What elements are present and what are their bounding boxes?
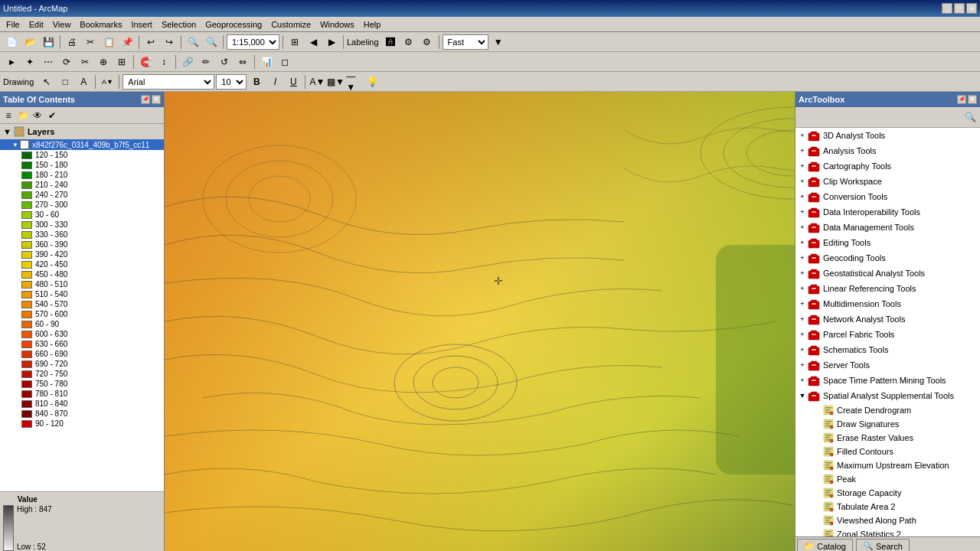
print-button[interactable]: 🖨: [64, 34, 80, 51]
search-tab[interactable]: 🔍 Search: [856, 539, 910, 551]
menu-selection[interactable]: Selection: [157, 18, 201, 31]
scale-btn[interactable]: ⇔: [234, 54, 251, 70]
toolbox-item[interactable]: ▼ Spatial Analyst Supplemental Tools: [795, 388, 980, 403]
layer-checkbox[interactable]: ✓: [20, 140, 29, 149]
draw-rect-btn[interactable]: □: [57, 73, 74, 90]
edit-select-btn[interactable]: ▶: [3, 54, 20, 70]
underline-button[interactable]: U: [285, 73, 302, 90]
font-family-selector[interactable]: Arial: [122, 74, 214, 90]
toc-vis-btn[interactable]: 👁: [31, 109, 44, 122]
toolbox-item[interactable]: + Parcel Fabric Tools: [795, 327, 980, 342]
draw-text-btn[interactable]: A: [75, 73, 92, 90]
labeling-btn2[interactable]: ⚙: [400, 34, 417, 51]
toolbox-child-item[interactable]: ! Filled Contours: [795, 445, 980, 458]
attract-btn[interactable]: ↕: [155, 54, 172, 70]
toolbox-item[interactable]: + Data Management Tools: [795, 220, 980, 235]
edit-reshape-btn[interactable]: ⟳: [58, 54, 75, 70]
edit-split-btn[interactable]: ✂: [77, 54, 93, 70]
attrib-btn[interactable]: 📊: [258, 54, 275, 70]
menu-view[interactable]: View: [48, 18, 76, 31]
toolbox-item[interactable]: + Clip Workspace: [795, 174, 980, 189]
toolbox-item[interactable]: + Cartography Tools: [795, 158, 980, 174]
menu-bookmarks[interactable]: Bookmarks: [75, 18, 126, 31]
menu-help[interactable]: Help: [359, 18, 386, 31]
cut-button[interactable]: ✂: [82, 34, 99, 51]
save-button[interactable]: 💾: [40, 34, 57, 51]
toolbox-child-item[interactable]: ! Zonal Statistics 2: [795, 527, 980, 536]
shadow-btn[interactable]: 💡: [364, 73, 381, 90]
edit-union-btn[interactable]: ⊕: [95, 54, 112, 70]
toolbox-child-item[interactable]: ! Viewshed Along Path: [795, 514, 980, 527]
edit-point-btn[interactable]: ✦: [21, 54, 38, 70]
toolbox-child-item[interactable]: ! Maximum Upstream Elevation: [795, 458, 980, 472]
edit-merge-btn[interactable]: ⊞: [113, 54, 130, 70]
toolbox-item[interactable]: + Multidimension Tools: [795, 296, 980, 311]
toc-layers-header[interactable]: ▼ Layers: [0, 124, 164, 139]
labeling-btn3[interactable]: ⚙: [419, 34, 436, 51]
edit-line-btn[interactable]: ⋯: [40, 54, 57, 70]
topology-btn[interactable]: 🔗: [179, 54, 196, 70]
menu-geoprocessing[interactable]: Geoprocessing: [201, 18, 266, 31]
toc-close-btn[interactable]: ✕: [152, 95, 161, 104]
paste-button[interactable]: 📌: [119, 34, 136, 51]
catalog-tab[interactable]: 📁 Catalog: [797, 539, 853, 551]
back-extent-button[interactable]: ◀: [305, 34, 322, 51]
toc-list-btn[interactable]: ≡: [2, 109, 15, 122]
toc-source-btn[interactable]: 📁: [16, 109, 30, 122]
toolbox-item[interactable]: + Data Interoperability Tools: [795, 204, 980, 220]
redo-button[interactable]: ↪: [161, 34, 178, 51]
menu-customize[interactable]: Customize: [266, 18, 315, 31]
toolbox-item[interactable]: + Schematics Tools: [795, 342, 980, 357]
toolbox-child-item[interactable]: ! Tabulate Area 2: [795, 500, 980, 514]
toolbox-item[interactable]: + Space Time Pattern Mining Tools: [795, 373, 980, 388]
toolbox-item[interactable]: + Editing Tools: [795, 235, 980, 250]
selected-layer-item[interactable]: ▼ ✓ x842f276c_0314_409b_b7f5_cc11: [0, 139, 164, 150]
font-color-btn[interactable]: A▼: [99, 73, 116, 90]
toolbox-item[interactable]: + Analysis Tools: [795, 143, 980, 158]
toolbox-child-item[interactable]: ! Erase Raster Values: [795, 431, 980, 445]
line-color-btn[interactable]: —▼: [345, 73, 362, 90]
toolbox-item[interactable]: + Server Tools: [795, 357, 980, 373]
toolbox-item[interactable]: + Geostatistical Analyst Tools: [795, 266, 980, 281]
full-extent-button[interactable]: ⊞: [286, 34, 303, 51]
menu-windows[interactable]: Windows: [315, 18, 359, 31]
scale-selector[interactable]: 1:15,000: [227, 34, 279, 50]
toolbox-child-item[interactable]: ! Peak: [795, 472, 980, 486]
new-button[interactable]: 📄: [3, 34, 20, 51]
map-area[interactable]: ✛: [165, 92, 795, 551]
undo-button[interactable]: ↩: [142, 34, 159, 51]
forward-extent-button[interactable]: ▶: [323, 34, 340, 51]
toolbox-item[interactable]: + Geocoding Tools: [795, 250, 980, 266]
toc-pin-btn[interactable]: 📌: [141, 95, 150, 104]
toolbox-item[interactable]: + Linear Referencing Tools: [795, 281, 980, 296]
menu-insert[interactable]: Insert: [126, 18, 157, 31]
toolbox-child-item[interactable]: ! Create Dendrogram: [795, 403, 980, 417]
toolbox-child-item[interactable]: ! Storage Capacity: [795, 486, 980, 500]
toolbox-item[interactable]: + Network Analyst Tools: [795, 311, 980, 327]
menu-edit[interactable]: Edit: [24, 18, 48, 31]
arctoolbox-close-btn[interactable]: ✕: [968, 95, 977, 104]
toolbox-item[interactable]: + 3D Analyst Tools: [795, 128, 980, 143]
snap-btn[interactable]: 🧲: [137, 54, 154, 70]
toolbox-item[interactable]: + Conversion Tools: [795, 189, 980, 204]
settings-button[interactable]: ▼: [490, 34, 507, 51]
zoom-in-button[interactable]: 🔍: [185, 34, 201, 51]
fill-color-btn[interactable]: ▩▼: [327, 73, 344, 90]
rotate-btn[interactable]: ↺: [216, 54, 233, 70]
toc-sel-btn[interactable]: ✔: [45, 109, 59, 122]
bold-button[interactable]: B: [248, 73, 265, 90]
font-size-selector[interactable]: 10: [216, 74, 247, 90]
font-color2-btn[interactable]: A▼: [309, 73, 325, 90]
arctoolbox-search-btn[interactable]: 🔍: [962, 109, 978, 126]
minimize-button[interactable]: _: [942, 3, 952, 14]
draw-arrow-btn[interactable]: ↖: [38, 73, 55, 90]
menu-file[interactable]: File: [2, 18, 24, 31]
open-button[interactable]: 📂: [21, 34, 38, 51]
speed-selector[interactable]: Fast: [443, 34, 488, 50]
sketch-btn[interactable]: ✏: [198, 54, 214, 70]
labeling-btn1[interactable]: 🅰: [382, 34, 399, 51]
arctoolbox-pin-btn[interactable]: 📌: [957, 95, 966, 104]
italic-button[interactable]: I: [266, 73, 283, 90]
copy-button[interactable]: 📋: [100, 34, 117, 51]
select-all-btn[interactable]: ◻: [276, 54, 293, 70]
